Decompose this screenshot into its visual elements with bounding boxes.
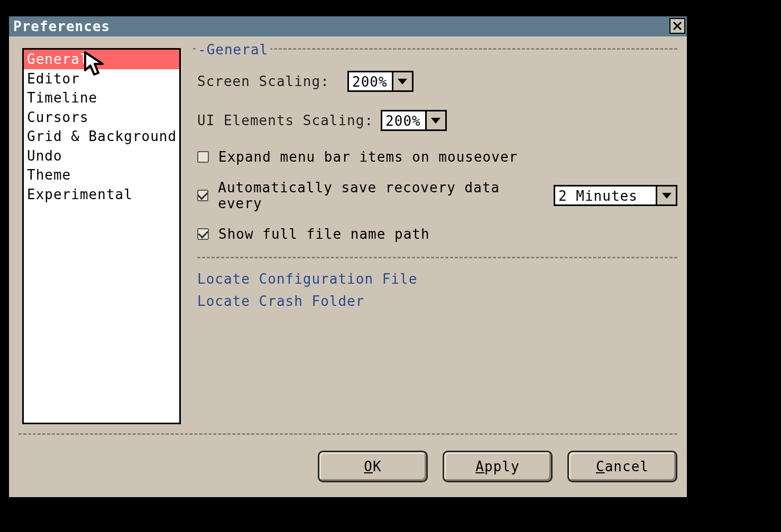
sidebar-item-cursors[interactable]: Cursors (24, 108, 179, 127)
ui-scaling-combo[interactable]: 200% (381, 110, 447, 131)
ui-scaling-value: 200% (382, 111, 425, 129)
general-panel: -General Screen Scaling: 200% UI Element… (193, 48, 677, 407)
sidebar-item-undo[interactable]: Undo (24, 146, 179, 166)
sidebar-item-grid-background[interactable]: Grid & Background (24, 127, 179, 146)
dialog-body: General Editor Timeline Cursors Grid & B… (9, 36, 687, 497)
sidebar-item-editor[interactable]: Editor (24, 69, 179, 89)
sidebar-item-timeline[interactable]: Timeline (24, 88, 179, 108)
dialog-buttons: OK Apply Cancel (318, 451, 677, 482)
ok-button[interactable]: OK (318, 451, 428, 482)
expand-menu-checkbox[interactable] (197, 151, 209, 163)
chevron-down-icon[interactable] (656, 186, 676, 204)
close-icon (673, 18, 682, 34)
screen-scaling-combo[interactable]: 200% (347, 71, 414, 92)
chevron-down-icon[interactable] (392, 72, 412, 90)
locate-config-link[interactable]: Locate Configuration File (197, 271, 677, 287)
cancel-button[interactable]: Cancel (567, 451, 677, 482)
screen-scaling-label: Screen Scaling: (197, 73, 340, 89)
sidebar-item-general[interactable]: General (24, 50, 179, 69)
category-sidebar: General Editor Timeline Cursors Grid & B… (22, 48, 181, 424)
chevron-down-icon[interactable] (425, 111, 445, 129)
autosave-label: Automatically save recovery data every (218, 180, 540, 211)
expand-menu-label: Expand menu bar items on mouseover (218, 149, 518, 165)
show-path-label: Show full file name path (218, 226, 430, 242)
sidebar-item-theme[interactable]: Theme (24, 165, 179, 185)
ok-label: OK (364, 459, 381, 474)
apply-label: Apply (475, 459, 519, 474)
apply-button[interactable]: Apply (443, 451, 553, 482)
locate-crash-link[interactable]: Locate Crash Folder (197, 293, 677, 309)
separator (197, 257, 677, 258)
autosave-interval-combo[interactable]: 2 Minutes (554, 185, 677, 206)
ui-scaling-label: UI Elements Scaling: (197, 113, 373, 128)
show-path-checkbox[interactable] (197, 228, 209, 240)
fieldset-legend: -General (196, 42, 270, 58)
preferences-dialog: Preferences General Editor Timeline Curs… (7, 15, 688, 499)
separator (19, 433, 677, 435)
window-title: Preferences (13, 18, 110, 34)
autosave-checkbox[interactable] (197, 190, 208, 201)
sidebar-item-experimental[interactable]: Experimental (24, 185, 179, 204)
autosave-interval-value: 2 Minutes (555, 186, 656, 204)
titlebar: Preferences (9, 16, 687, 36)
cancel-label: Cancel (596, 459, 649, 474)
close-button[interactable] (669, 18, 685, 34)
screen-scaling-value: 200% (349, 72, 392, 90)
